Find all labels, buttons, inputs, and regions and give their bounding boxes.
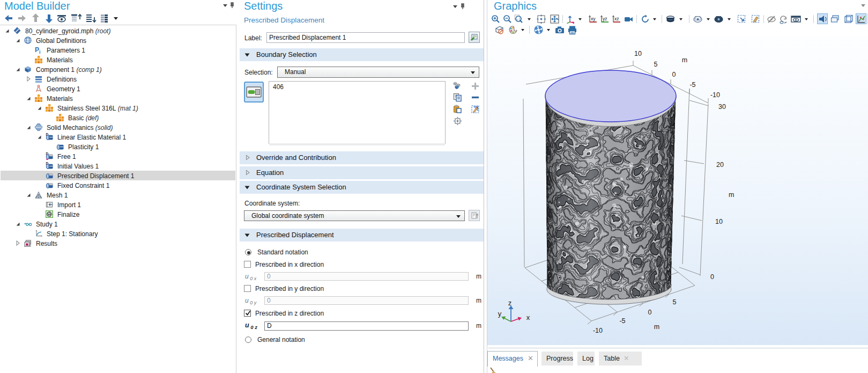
svg-text:5: 5 xyxy=(654,61,658,68)
svg-text:20: 20 xyxy=(716,161,724,169)
svg-text:y: y xyxy=(498,310,502,318)
svg-text:10: 10 xyxy=(715,218,723,225)
svg-text:m: m xyxy=(682,56,687,64)
svg-text:0: 0 xyxy=(710,273,714,281)
svg-text:-10: -10 xyxy=(593,327,603,334)
svg-text:xz: xz xyxy=(614,16,619,21)
svg-text:xy: xy xyxy=(591,16,596,21)
svg-text:-10: -10 xyxy=(710,91,720,99)
svg-text:i: i xyxy=(39,49,41,54)
svg-text:yz: yz xyxy=(603,16,607,21)
svg-text:z: z xyxy=(508,299,512,307)
svg-text:m: m xyxy=(654,323,659,331)
svg-text:30: 30 xyxy=(718,103,726,111)
svg-text:x: x xyxy=(526,313,530,321)
svg-text:10: 10 xyxy=(634,50,642,57)
svg-text:-5: -5 xyxy=(689,81,695,89)
svg-text:m: m xyxy=(729,191,734,199)
svg-text:P: P xyxy=(35,46,39,54)
svg-text:5: 5 xyxy=(673,298,677,306)
svg-text:-5: -5 xyxy=(619,317,625,325)
svg-text:0: 0 xyxy=(648,309,652,316)
svg-text:0: 0 xyxy=(672,71,676,78)
